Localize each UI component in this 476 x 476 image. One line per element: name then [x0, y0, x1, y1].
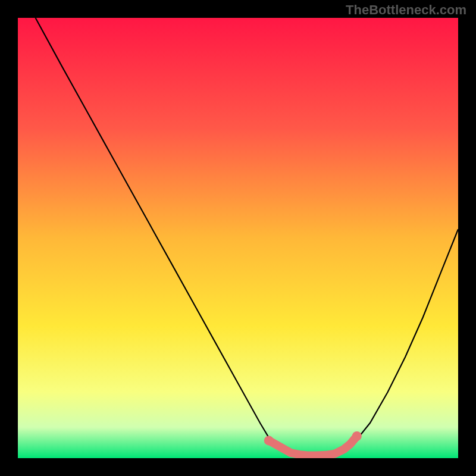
svg-point-0: [264, 436, 274, 445]
attribution-text: TheBottleneck.com: [346, 2, 466, 18]
chart-background: [18, 18, 458, 458]
svg-point-1: [352, 431, 362, 441]
bottleneck-chart: [18, 18, 458, 458]
